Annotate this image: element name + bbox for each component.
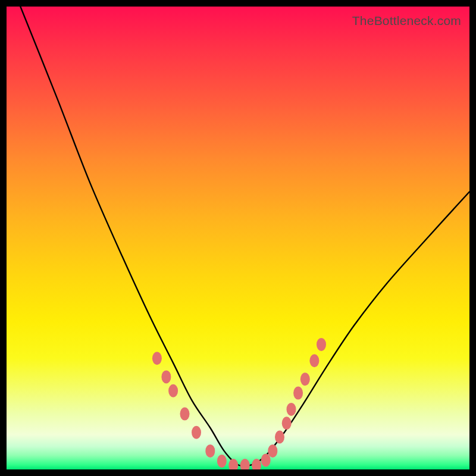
highlight-dot bbox=[293, 387, 303, 400]
highlight-dot bbox=[300, 372, 310, 386]
highlight-dot bbox=[240, 459, 250, 469]
highlight-dot bbox=[228, 459, 238, 469]
highlight-dot bbox=[261, 453, 271, 466]
bottleneck-curve-svg bbox=[7, 7, 469, 469]
highlight-dot bbox=[268, 444, 277, 458]
highlight-dot bbox=[275, 431, 284, 444]
chart-plot-area: TheBottleneck.com bbox=[7, 7, 469, 469]
highlight-dot bbox=[192, 426, 201, 439]
highlight-dot bbox=[287, 403, 296, 416]
highlight-dot bbox=[205, 444, 215, 458]
highlight-dot bbox=[168, 384, 178, 397]
highlight-dot bbox=[161, 370, 171, 383]
chart-outer-frame: TheBottleneck.com bbox=[0, 0, 476, 476]
highlight-dot bbox=[309, 354, 319, 367]
highlight-dot bbox=[152, 352, 162, 365]
highlight-dot bbox=[217, 455, 227, 468]
highlight-dots-group bbox=[152, 338, 326, 469]
bottleneck-curve-path bbox=[20, 7, 469, 466]
highlight-dot bbox=[317, 338, 326, 351]
highlight-dot bbox=[282, 416, 292, 430]
highlight-dot bbox=[180, 408, 190, 421]
